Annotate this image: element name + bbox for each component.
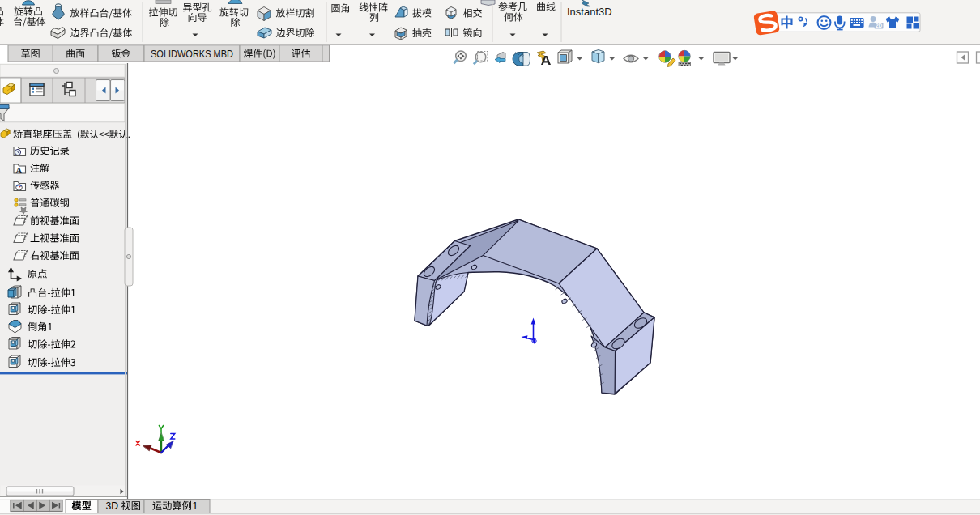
svg-text:1: 1 [193, 500, 198, 512]
svg-text:3D: 3D [106, 500, 119, 512]
svg-text:SOLIDWORKS MBD: SOLIDWORKS MBD [151, 49, 233, 60]
svg-text:2D: 2D [876, 23, 883, 28]
svg-text:A: A [16, 166, 23, 175]
